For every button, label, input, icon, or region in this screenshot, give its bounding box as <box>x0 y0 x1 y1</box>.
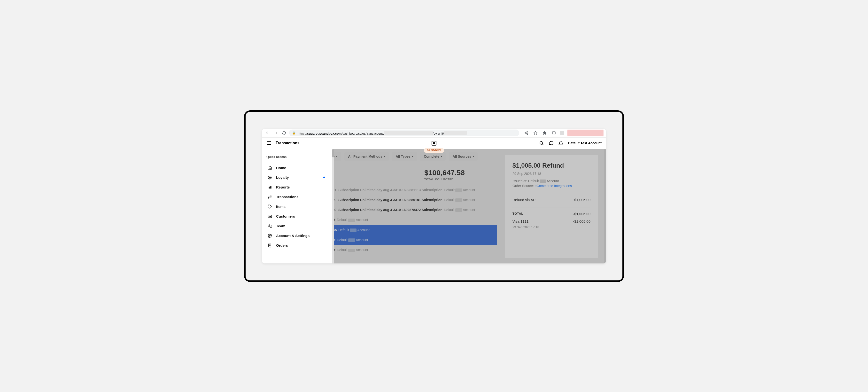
chevron-down-icon: ▾ <box>441 155 442 158</box>
sidebar-item-reports[interactable]: Reports <box>267 183 328 192</box>
order-source: Order Source: eCommerce Integrations <box>513 184 590 188</box>
table-row[interactable]: mountDefaultAccount <box>332 245 497 255</box>
svg-point-1 <box>525 133 526 133</box>
customers-icon <box>268 214 272 219</box>
svg-point-13 <box>269 235 271 236</box>
sidebar-item-team[interactable]: Team <box>267 221 328 231</box>
sidebar-heading: Quick access <box>267 155 328 159</box>
items-icon <box>268 204 272 209</box>
sidebar-item-settings[interactable]: Account & Settings <box>267 231 328 241</box>
notification-dot-icon <box>323 176 325 178</box>
team-icon <box>268 224 272 228</box>
filter-payment[interactable]: All Payment Methods▾ <box>344 152 389 161</box>
payment-card-line: Visa 1111-$1,005.00 <box>513 219 590 223</box>
main-content: day▾ All Payment Methods▾ All Types▾ Com… <box>332 149 606 263</box>
account-name[interactable]: Default Test Account <box>568 141 601 145</box>
svg-rect-3 <box>552 132 555 134</box>
chat-icon[interactable] <box>549 141 554 145</box>
loyalty-icon <box>268 175 272 180</box>
home-icon <box>268 166 272 170</box>
sidebar-item-transactions[interactable]: Transactions <box>267 192 328 202</box>
svg-rect-8 <box>271 186 271 188</box>
sidebar-item-orders[interactable]: Orders <box>267 241 328 250</box>
reload-button[interactable] <box>281 130 287 136</box>
reports-icon <box>268 185 272 190</box>
menu-icon[interactable] <box>267 141 271 145</box>
orders-icon <box>268 243 272 248</box>
table-row[interactable]: mountDefaultAccount <box>332 235 497 245</box>
chevron-down-icon: ▾ <box>336 155 337 158</box>
filter-status[interactable]: Complete▾ <box>420 152 446 161</box>
svg-rect-6 <box>269 187 269 189</box>
lock-icon: 🔒 <box>292 131 296 135</box>
svg-point-12 <box>269 225 270 226</box>
table-row[interactable]: 000591: Subscription Unlimited day aug 4… <box>332 185 497 195</box>
payment-date: 29 Sep 2023 17:18 <box>513 225 590 229</box>
refund-line: Refund via API-$1,005.00 <box>513 198 590 202</box>
total-collected-amount: $100,647.58 <box>424 169 497 177</box>
table-row[interactable]: 000590: Subscription Unlimited day aug 4… <box>332 195 497 205</box>
browser-toolbar: 🔒 https://squareupsandbox.com/dashboard/… <box>262 129 606 138</box>
svg-point-11 <box>269 216 270 216</box>
table-row[interactable]: 000589: Subscription Unlimited day aug 4… <box>332 205 497 215</box>
square-logo-icon <box>432 141 436 145</box>
panel-icon[interactable] <box>551 130 557 136</box>
refund-date: 29 Sep 2023 17:18 <box>513 172 590 176</box>
chevron-down-icon: ▾ <box>384 155 385 158</box>
share-icon[interactable] <box>523 130 529 136</box>
profile-avatar[interactable] <box>567 130 603 136</box>
chevron-down-icon: ▾ <box>412 155 413 158</box>
url-bar[interactable]: 🔒 https://squareupsandbox.com/dashboard/… <box>289 130 519 136</box>
svg-point-0 <box>527 131 528 132</box>
app-header: Transactions Default Test Account <box>262 138 606 149</box>
detail-panel: $1,005.00 Refund 29 Sep 2023 17:18 Issue… <box>497 149 606 263</box>
search-icon[interactable] <box>539 141 544 145</box>
order-source-link[interactable]: eCommerce Integrations <box>535 184 572 188</box>
sidebar-scrollbar[interactable] <box>332 149 334 263</box>
sidebar: Quick access Home Loyalty Reports Transa… <box>262 149 332 263</box>
svg-point-4 <box>540 141 543 144</box>
star-icon[interactable] <box>532 130 538 136</box>
svg-rect-7 <box>270 187 270 189</box>
svg-point-9 <box>269 205 269 206</box>
table-row[interactable]: mountDefaultAccount <box>332 215 497 225</box>
back-button[interactable] <box>265 130 271 136</box>
bell-icon[interactable] <box>558 141 563 145</box>
refund-title: $1,005.00 Refund <box>513 162 590 169</box>
transactions-icon <box>268 195 272 199</box>
sidebar-item-loyalty[interactable]: Loyalty <box>267 173 328 183</box>
page-title: Transactions <box>276 141 300 145</box>
sidebar-item-home[interactable]: Home <box>267 163 328 173</box>
extensions-icon[interactable] <box>541 130 548 136</box>
extension-square-icon[interactable] <box>560 131 564 135</box>
chevron-down-icon: ▾ <box>473 155 474 158</box>
svg-point-2 <box>527 134 528 135</box>
filter-sources[interactable]: All Sources▾ <box>449 152 478 161</box>
table-row[interactable]: r #PfC5DefaultAccount <box>332 225 497 235</box>
sidebar-item-items[interactable]: Items <box>267 202 328 212</box>
gear-icon <box>268 233 272 238</box>
filter-types[interactable]: All Types▾ <box>392 152 417 161</box>
sidebar-item-customers[interactable]: Customers <box>267 212 328 221</box>
forward-button[interactable] <box>273 130 279 136</box>
total-collected-label: TOTAL COLLECTED <box>424 178 497 181</box>
sandbox-badge: SANDBOX <box>424 148 444 153</box>
total-line: TOTAL-$1,005.00 <box>513 212 590 216</box>
issued-at: Issued at: DefaultAccount <box>513 179 590 183</box>
